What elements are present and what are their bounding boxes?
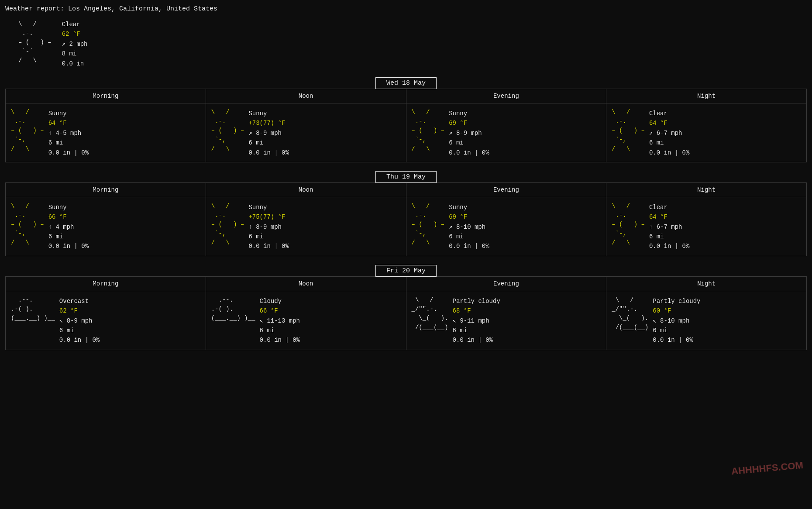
cell-data-1-0: Sunny 66 °F ↑ 4 mph 6 mi 0.0 in | 0% — [48, 202, 89, 251]
condition-2-2: Partly cloudy — [453, 296, 500, 306]
cell-data-0-1: Sunny +73(77) °F ↗ 8-9 mph 6 mi 0.0 in |… — [248, 108, 289, 158]
wind-0-3: ↗ 6-7 mph — [649, 128, 689, 138]
overcast-ascii-2-1: .--. .-( ). (___.__) )__ — [211, 296, 255, 323]
temp-0-1: +73(77) °F — [248, 118, 289, 128]
watermark: AHHHHFS.COM — [731, 460, 804, 477]
cell-data-1-1: Sunny +75(77) °F ↑ 8-9 mph 6 mi 0.0 in |… — [248, 202, 289, 251]
condition-1-0: Sunny — [48, 203, 89, 212]
visibility-0-3: 6 mi — [649, 138, 689, 148]
temp-1-1: +75(77) °F — [248, 212, 289, 222]
precip-2-0: 0.0 in | 0% — [59, 335, 100, 345]
period-header-1-3: Night — [606, 182, 807, 197]
precip-1-3: 0.0 in | 0% — [649, 241, 689, 251]
visibility-0-0: 6 mi — [48, 138, 89, 148]
sun-ascii-1-2: \ / .-. – ( ) – `-, / \ — [412, 202, 445, 248]
day-section-0: Wed 18 MayMorningNoonEveningNight \ / .-… — [5, 77, 807, 162]
period-header-0-2: Evening — [406, 89, 606, 103]
temp-2-2: 68 °F — [453, 306, 500, 316]
period-header-1-1: Noon — [206, 182, 406, 197]
cell-data-0-0: Sunny 64 °F ↑ 4-5 mph 6 mi 0.0 in | 0% — [48, 108, 89, 158]
period-cell-1-2: \ / .-. – ( ) – `-, / \ Sunny 69 °F ↗ 8-… — [406, 197, 606, 256]
wind-2-3: ↖ 8-10 mph — [653, 316, 700, 326]
day-header-1: Thu 19 May — [375, 171, 437, 183]
sun-ascii-0-3: \ / .-. – ( ) – `-, / \ — [612, 108, 645, 154]
condition-0-0: Sunny — [48, 109, 89, 118]
cell-data-0-2: Sunny 69 °F ↗ 8-9 mph 6 mi 0.0 in | 0% — [449, 108, 489, 158]
wind-0-2: ↗ 8-9 mph — [449, 128, 489, 138]
temp-1-2: 69 °F — [449, 212, 489, 222]
partly-cloudy-ascii-2-3: \ / _/"".-. \_( ). /(___(__) — [612, 296, 648, 332]
forecast-table-2: MorningNoonEveningNight .--. .-( ). (___… — [5, 276, 807, 350]
temp-0-2: 69 °F — [449, 118, 489, 128]
period-header-2-0: Morning — [6, 276, 206, 291]
sun-ascii-1-0: \ / .-. – ( ) – `-, / \ — [11, 202, 44, 248]
condition-2-3: Partly cloudy — [653, 296, 700, 306]
condition-0-3: Clear — [649, 109, 689, 118]
visibility-1-2: 6 mi — [449, 232, 489, 241]
current-ascii: \ / .-. – ( ) – `-´ / \ — [18, 20, 52, 69]
wind-2-0: ↖ 8-9 mph — [59, 316, 100, 326]
condition-2-1: Cloudy — [260, 296, 300, 306]
cell-data-2-3: Partly cloudy 60 °F ↖ 8-10 mph 6 mi 0.0 … — [653, 296, 700, 345]
wind-0-1: ↗ 8-9 mph — [248, 128, 289, 138]
period-cell-1-0: \ / .-. – ( ) – `-, / \ Sunny 66 °F ↑ 4 … — [6, 197, 206, 256]
temp-0-0: 64 °F — [48, 118, 89, 128]
sun-ascii-1-1: \ / .-. – ( ) – `-, / \ — [211, 202, 244, 248]
cell-data-0-3: Clear 64 °F ↗ 6-7 mph 6 mi 0.0 in | 0% — [649, 108, 689, 158]
forecast-table-0: MorningNoonEveningNight \ / .-. – ( ) – … — [5, 89, 807, 162]
day-header-2: Fri 20 May — [375, 265, 437, 277]
temp-2-1: 66 °F — [260, 306, 300, 316]
period-cell-0-3: \ / .-. – ( ) – `-, / \ Clear 64 °F ↗ 6-… — [606, 103, 807, 162]
wind-1-3: ↑ 6-7 mph — [649, 222, 689, 232]
partly-cloudy-ascii-2-2: \ / _/"".-. \_( ). /(___(__) — [412, 296, 448, 332]
temp-2-0: 62 °F — [59, 306, 100, 316]
precip-1-0: 0.0 in | 0% — [48, 241, 89, 251]
day-section-2: Fri 20 MayMorningNoonEveningNight .--. .… — [5, 265, 807, 350]
sun-ascii-0-1: \ / .-. – ( ) – `-, / \ — [211, 108, 244, 154]
period-cell-0-2: \ / .-. – ( ) – `-, / \ Sunny 69 °F ↗ 8-… — [406, 103, 606, 162]
visibility-1-0: 6 mi — [48, 232, 89, 241]
period-header-2-2: Evening — [406, 276, 606, 291]
visibility-0-2: 6 mi — [449, 138, 489, 148]
wind-1-1: ↑ 8-9 mph — [248, 222, 289, 232]
precip-2-3: 0.0 in | 0% — [653, 335, 700, 345]
condition-1-3: Clear — [649, 203, 689, 212]
cell-data-1-2: Sunny 69 °F ↗ 8-10 mph 6 mi 0.0 in | 0% — [449, 202, 489, 251]
visibility-2-2: 6 mi — [453, 326, 500, 335]
day-section-1: Thu 19 MayMorningNoonEveningNight \ / .-… — [5, 171, 807, 256]
visibility-2-3: 6 mi — [653, 326, 700, 335]
precip-0-3: 0.0 in | 0% — [649, 148, 689, 158]
period-cell-0-1: \ / .-. – ( ) – `-, / \ Sunny +73(77) °F… — [206, 103, 406, 162]
wind-0-0: ↑ 4-5 mph — [48, 128, 89, 138]
condition-2-0: Overcast — [59, 296, 100, 306]
cell-data-2-2: Partly cloudy 68 °F ↖ 9-11 mph 6 mi 0.0 … — [453, 296, 500, 345]
temp-1-3: 64 °F — [649, 212, 689, 222]
temp-1-0: 66 °F — [48, 212, 89, 222]
period-cell-0-0: \ / .-. – ( ) – `-, / \ Sunny 64 °F ↑ 4-… — [6, 103, 206, 162]
cell-data-2-0: Overcast 62 °F ↖ 8-9 mph 6 mi 0.0 in | 0… — [59, 296, 100, 345]
condition-1-2: Sunny — [449, 203, 489, 212]
precip-2-2: 0.0 in | 0% — [453, 335, 500, 345]
sun-ascii-0-2: \ / .-. – ( ) – `-, / \ — [412, 108, 445, 154]
sun-ascii-1-3: \ / .-. – ( ) – `-, / \ — [612, 202, 645, 248]
period-cell-2-1: .--. .-( ). (___.__) )__ Cloudy 66 °F ↖ … — [206, 291, 406, 350]
wind-2-2: ↖ 9-11 mph — [453, 316, 500, 326]
visibility-2-0: 6 mi — [59, 326, 100, 335]
forecast-table-1: MorningNoonEveningNight \ / .-. – ( ) – … — [5, 182, 807, 256]
visibility-1-1: 6 mi — [248, 232, 289, 241]
temp-2-3: 60 °F — [653, 306, 700, 316]
period-header-2-3: Night — [606, 276, 807, 291]
precip-2-1: 0.0 in | 0% — [260, 335, 300, 345]
current-weather: \ / .-. – ( ) – `-´ / \ Clear 62 °F ↗ 2 … — [5, 20, 807, 69]
period-cell-1-3: \ / .-. – ( ) – `-, / \ Clear 64 °F ↑ 6-… — [606, 197, 807, 256]
precip-1-2: 0.0 in | 0% — [449, 241, 489, 251]
period-cell-2-3: \ / _/"".-. \_( ). /(___(__) Partly clou… — [606, 291, 807, 350]
precip-0-2: 0.0 in | 0% — [449, 148, 489, 158]
period-header-0-3: Night — [606, 89, 807, 103]
header-title: Weather report: Los Angeles, California,… — [5, 3, 807, 13]
temp-0-3: 64 °F — [649, 118, 689, 128]
period-cell-2-0: .--. .-( ). (___.__) )__ Overcast 62 °F … — [6, 291, 206, 350]
current-info: Clear 62 °F ↗ 2 mph 8 mi 0.0 in — [62, 20, 88, 69]
condition-0-2: Sunny — [449, 109, 489, 118]
period-header-0-1: Noon — [206, 89, 406, 103]
